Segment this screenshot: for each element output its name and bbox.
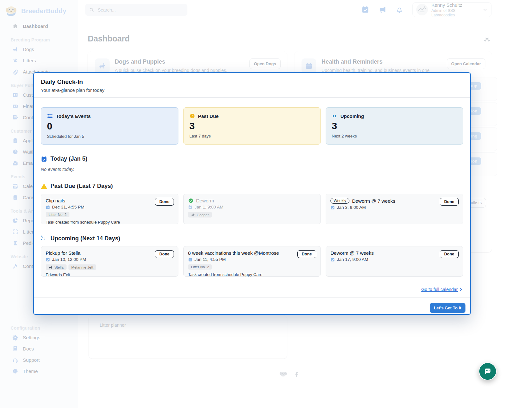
past-due-card: Past Due 3 Last 7 days: [183, 107, 321, 145]
event-card: Clip nails Done Dec 31, 4:55 PM Litter N…: [41, 194, 178, 224]
checklist-icon: [47, 113, 53, 119]
done-button[interactable]: Done: [297, 250, 316, 258]
mini-calendar-icon: [46, 205, 50, 209]
done-button[interactable]: Done: [440, 198, 459, 206]
app-screen: BreederBuddy Dashboard Breeding Program …: [0, 0, 532, 408]
event-note: Task created from schedule Puppy Care: [188, 272, 316, 277]
event-title: Deworm: [196, 198, 214, 203]
litter-tag: Litter No. 2: [188, 264, 212, 270]
summary-label: Upcoming: [340, 113, 364, 119]
mini-calendar-icon: [188, 205, 193, 209]
past-due-events: Clip nails Done Dec 31, 4:55 PM Litter N…: [41, 194, 463, 224]
done-button[interactable]: Done: [440, 250, 459, 258]
check-circle-icon: [188, 198, 194, 203]
todays-events-card: Today's Events 0 Scheduled for Jan 5: [41, 107, 178, 145]
history-clock-icon: [41, 235, 47, 242]
warning-triangle-icon: [41, 183, 47, 190]
event-date: Jan 11, 4:55 PM: [194, 257, 226, 262]
event-title: Deworm @ 7 weeks: [352, 198, 395, 204]
done-button[interactable]: Done: [155, 250, 174, 258]
summary-caption: Next 2 weeks: [332, 134, 457, 138]
upcoming-section-heading: Upcoming (Next 14 Days): [41, 235, 463, 242]
summary-caption: Scheduled for Jan 5: [47, 134, 172, 139]
litter-tag: Litter No. 2: [46, 212, 69, 217]
fast-forward-icon: [332, 113, 338, 119]
modal-title: Daily Check-In: [41, 78, 463, 85]
today-section-heading: Today (Jan 5): [41, 155, 463, 162]
modal-subtitle: Your at-a-glance plan for today: [41, 88, 463, 93]
event-card: Pickup for Stella Done Jan 10, 12:00 PM …: [41, 246, 178, 277]
event-date: Jan 3, 9:00 AM: [337, 205, 366, 210]
mini-calendar-icon: [330, 257, 335, 262]
event-title: Clip nails: [46, 198, 65, 203]
past-due-section-heading: Past Due (Last 7 Days): [41, 183, 463, 190]
person-tag: Melannie Jett: [68, 264, 96, 270]
lets-get-to-it-button[interactable]: Let's Get To It: [430, 303, 465, 313]
alert-circle-icon: [189, 113, 195, 119]
chevron-right-icon: [458, 287, 463, 292]
event-date: Jan 1, 9:00 AM: [194, 205, 223, 209]
weekly-badge: Weekly: [330, 198, 349, 204]
summary-label: Today's Events: [56, 113, 91, 119]
go-to-full-calendar-link[interactable]: Go to full calendar: [421, 287, 463, 292]
event-card: Weekly Deworm @ 7 weeks Done Jan 3, 9:00…: [326, 194, 463, 224]
event-date: Dec 31, 4:55 PM: [52, 205, 85, 209]
dog-icon: [191, 213, 195, 217]
summary-caption: Last 7 days: [189, 134, 315, 138]
mini-calendar-icon: [330, 205, 335, 210]
upcoming-events: Pickup for Stella Done Jan 10, 12:00 PM …: [41, 246, 463, 277]
event-date: Jan 17, 9:00 AM: [337, 257, 368, 262]
dog-tag: Cooper: [188, 212, 212, 217]
summary-cards: Today's Events 0 Scheduled for Jan 5 Pas…: [41, 107, 463, 145]
event-note: Task created from schedule Puppy Care: [46, 220, 174, 225]
event-note: Edwards Exit: [46, 272, 174, 277]
calendar-check-icon: [41, 156, 47, 162]
event-card: 8 week vaccinations this week @Montrose …: [183, 246, 321, 277]
mini-calendar-icon: [188, 257, 193, 262]
summary-value: 3: [332, 120, 457, 131]
event-card: Deworm @ 7 weeks Done Jan 17, 9:00 AM: [326, 246, 463, 277]
event-title: Deworm @ 7 weeks: [330, 250, 374, 256]
event-date: Jan 10, 12:00 PM: [52, 257, 86, 262]
summary-value: 3: [189, 120, 315, 131]
done-button[interactable]: Done: [155, 198, 174, 206]
no-events-note: No events today.: [41, 167, 463, 172]
dog-icon: [49, 265, 53, 269]
daily-check-in-modal: Daily Check-In Your at-a-glance plan for…: [33, 72, 471, 315]
summary-label: Past Due: [198, 113, 219, 119]
event-title: Pickup for Stella: [46, 250, 80, 256]
mini-calendar-icon: [46, 257, 50, 262]
summary-value: 0: [47, 121, 172, 132]
upcoming-card: Upcoming 3 Next 2 weeks: [326, 107, 463, 145]
event-title: 8 week vaccinations this week @Montrose: [188, 250, 279, 256]
dog-tag: Stella: [46, 264, 67, 270]
event-card-completed: Deworm Jan 1, 9:00 AM Cooper: [183, 194, 321, 224]
chat-widget-button[interactable]: [479, 362, 497, 380]
chat-bubble-icon: [483, 367, 492, 376]
